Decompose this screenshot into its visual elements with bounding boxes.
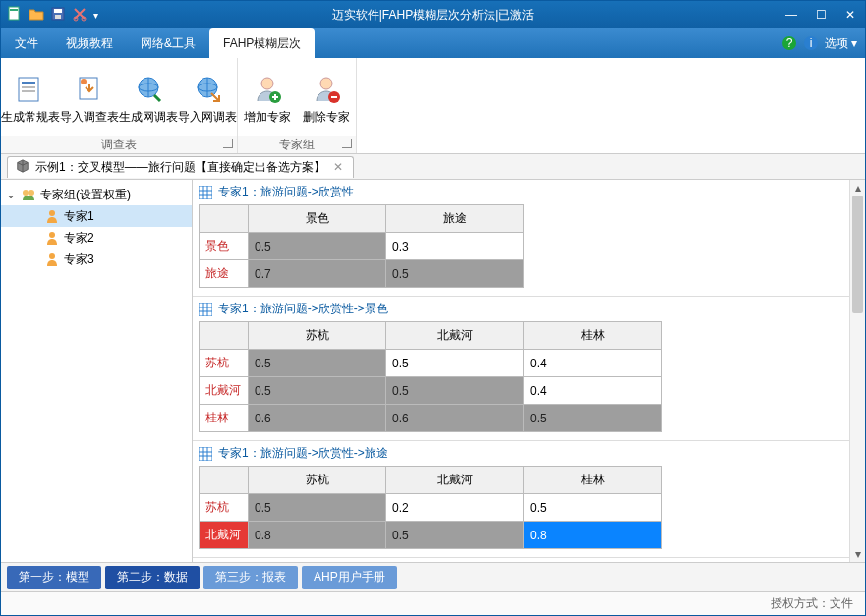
matrix-cell[interactable]: 0.5	[249, 350, 386, 377]
document-tab-bar: 示例1：交叉模型——旅行问题【直接确定出备选方案】 ✕	[1, 154, 865, 180]
matrix-cell[interactable]: 0.8	[249, 522, 386, 549]
row-header: 旅途	[200, 260, 249, 288]
table-row: 景色0.50.3	[200, 233, 524, 260]
save-icon[interactable]	[50, 6, 66, 25]
svg-point-29	[49, 253, 55, 259]
grid-icon	[199, 447, 212, 461]
add-expert-button[interactable]: 增加专家	[238, 58, 297, 136]
tree-item-label: 专家3	[64, 252, 94, 268]
row-header: 苏杭	[200, 350, 249, 377]
gen-net-button[interactable]: 生成网调表	[119, 58, 178, 136]
import-net-button[interactable]: 导入网调表	[178, 58, 237, 136]
col-header: 桂林	[524, 322, 662, 350]
cube-icon	[16, 159, 29, 176]
tab-close-icon[interactable]: ✕	[331, 160, 345, 174]
svg-rect-13	[22, 86, 35, 88]
open-icon[interactable]	[29, 6, 44, 25]
col-header: 旅途	[386, 205, 524, 233]
vertical-scrollbar[interactable]: ▴ ▾	[849, 180, 865, 562]
cut-icon[interactable]	[72, 6, 87, 25]
svg-rect-1	[10, 9, 18, 11]
matrix-cell[interactable]: 0.5	[524, 405, 662, 432]
grid-icon	[199, 186, 212, 199]
matrix-cell[interactable]: 0.8	[524, 522, 662, 549]
scroll-up-icon[interactable]: ▴	[850, 180, 865, 196]
tree-item-label: 专家1	[64, 208, 94, 225]
menubar: 文件 视频教程 网络&工具 FAHP模糊层次 ? i 选项 ▾	[1, 28, 865, 58]
col-header: 北戴河	[386, 322, 524, 350]
matrix-cell[interactable]: 0.4	[524, 377, 662, 405]
svg-rect-30	[199, 186, 212, 199]
close-button[interactable]: ✕	[836, 4, 865, 26]
matrix-cell[interactable]: 0.5	[249, 377, 386, 405]
table-row: 苏杭0.50.50.4	[200, 350, 662, 377]
matrix-cell[interactable]: 0.2	[386, 494, 524, 522]
gen-normal-button[interactable]: 生成常规表	[1, 58, 60, 136]
info-icon[interactable]: i	[803, 35, 819, 51]
table-row: 桂林0.60.60.5	[200, 405, 662, 432]
document-tab[interactable]: 示例1：交叉模型——旅行问题【直接确定出备选方案】 ✕	[7, 156, 354, 178]
matrix-table: 景色旅途景色0.50.3旅途0.70.5	[199, 204, 524, 288]
matrix-cell[interactable]: 0.5	[386, 377, 524, 405]
menu-options[interactable]: 选项 ▾	[825, 35, 857, 52]
matrix-cell[interactable]: 0.5	[249, 233, 386, 260]
menu-file[interactable]: 文件	[1, 28, 52, 58]
matrix-cell[interactable]: 0.4	[524, 350, 662, 377]
grid-icon	[199, 303, 212, 316]
col-header: 桂林	[524, 467, 662, 494]
matrix-cell[interactable]: 0.5	[524, 494, 662, 522]
table-row: 苏杭0.50.20.5	[200, 494, 662, 522]
menu-video[interactable]: 视频教程	[52, 28, 127, 58]
step2-tab[interactable]: 第二步：数据	[105, 566, 200, 589]
help-icon[interactable]: ?	[781, 35, 797, 51]
ribbon-group-survey: 生成常规表 导入调查表 生成网调表 导入网调表 调查表	[1, 58, 238, 153]
matrix-cell[interactable]: 0.7	[249, 260, 386, 288]
import-survey-button[interactable]: 导入调查表	[60, 58, 119, 136]
tree-item[interactable]: 专家2	[1, 227, 192, 249]
menu-fahp[interactable]: FAHP模糊层次	[209, 28, 315, 58]
svg-point-28	[49, 232, 55, 238]
tree-item[interactable]: 专家3	[1, 249, 192, 270]
tree-item[interactable]: 专家1	[1, 205, 192, 227]
ribbon-group-expert: 增加专家 删除专家 专家组	[238, 58, 357, 153]
del-expert-button[interactable]: 删除专家	[297, 58, 356, 136]
matrix-cell[interactable]: 0.5	[386, 260, 524, 288]
menu-net[interactable]: 网络&工具	[127, 28, 209, 58]
matrix-cell[interactable]: 0.6	[386, 405, 524, 432]
panel-title-link[interactable]: 专家1：旅游问题->欣赏性	[218, 184, 354, 200]
matrix-cell[interactable]: 0.5	[386, 350, 524, 377]
manual-tab[interactable]: AHP用户手册	[302, 566, 397, 589]
new-icon[interactable]	[7, 6, 23, 25]
ribbon-group-survey-label: 调查表	[101, 138, 137, 151]
svg-point-21	[261, 78, 273, 89]
panel-title-link[interactable]: 专家1：旅游问题->欣赏性->旅途	[218, 445, 388, 462]
matrix-cell[interactable]: 0.5	[249, 494, 386, 522]
group-launcher-icon[interactable]	[223, 139, 233, 148]
col-header: 景色	[249, 205, 386, 233]
row-header: 景色	[200, 233, 249, 260]
corner-cell	[200, 205, 249, 233]
scroll-down-icon[interactable]: ▾	[850, 546, 865, 562]
person-icon	[44, 252, 60, 267]
step1-tab[interactable]: 第一步：模型	[7, 566, 101, 589]
person-icon	[44, 230, 60, 246]
qat-dropdown-icon[interactable]: ▾	[93, 10, 98, 21]
table-row: 旅途0.70.5	[200, 260, 524, 288]
minimize-button[interactable]: —	[777, 4, 806, 26]
matrix-cell[interactable]: 0.6	[249, 405, 386, 432]
tree-item-label: 专家2	[64, 230, 94, 247]
status-text: 授权方式：文件	[771, 595, 853, 612]
panel-title-link[interactable]: 专家1：旅游问题->欣赏性->景色	[218, 301, 388, 317]
svg-point-27	[49, 210, 55, 216]
table-row: 北戴河0.80.50.8	[200, 522, 662, 549]
scroll-thumb[interactable]	[852, 196, 863, 313]
matrix-cell[interactable]: 0.5	[386, 522, 524, 549]
tree-root[interactable]: ⌄ 专家组(设置权重)	[1, 184, 192, 205]
matrix-cell[interactable]: 0.3	[386, 233, 524, 260]
group-launcher-icon[interactable]	[342, 139, 352, 148]
caret-down-icon[interactable]: ⌄	[5, 188, 17, 201]
matrix-panel: 专家1：旅游问题->欣赏性景色旅途景色0.50.3旅途0.70.5	[193, 180, 865, 297]
svg-rect-12	[22, 82, 35, 84]
step3-tab[interactable]: 第三步：报表	[203, 566, 298, 589]
maximize-button[interactable]: ☐	[806, 4, 836, 26]
